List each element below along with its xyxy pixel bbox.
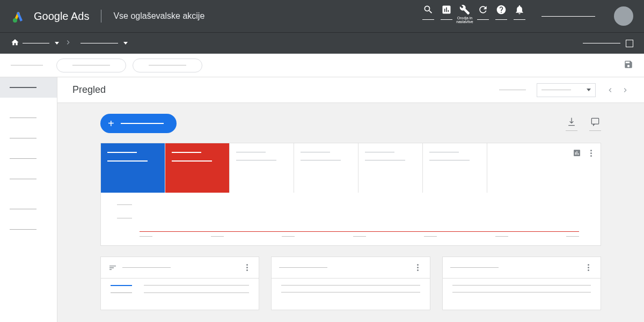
- card-1-title: [122, 267, 171, 268]
- card-3-menu[interactable]: [584, 264, 593, 271]
- header-text: [499, 90, 526, 90]
- chevron-right-icon: [64, 39, 72, 48]
- sidebar-item-3[interactable]: [0, 128, 57, 148]
- search-button[interactable]: [420, 4, 437, 20]
- metric-6[interactable]: [423, 143, 487, 193]
- metric-4[interactable]: [294, 143, 358, 193]
- next-icon[interactable]: [621, 86, 629, 94]
- pager: [606, 86, 629, 94]
- action-row: +: [100, 114, 601, 133]
- card-3-title: [450, 267, 499, 268]
- breadcrumb-box-icon[interactable]: [626, 40, 633, 47]
- sidebar-item-5[interactable]: [0, 169, 57, 189]
- metric-3[interactable]: [230, 143, 294, 193]
- metrics-card: [100, 143, 601, 246]
- home-icon[interactable]: [11, 38, 19, 49]
- plus-icon: +: [108, 118, 114, 130]
- card-menu-icon[interactable]: [587, 149, 595, 157]
- filter-pill-1[interactable]: [56, 58, 126, 72]
- date-range-select[interactable]: [537, 83, 596, 97]
- metric-1[interactable]: [101, 143, 165, 193]
- svg-point-2: [13, 18, 17, 23]
- summary-card-1: [100, 257, 259, 310]
- sidebar: [0, 77, 57, 322]
- brand-name: Google Ads: [34, 10, 89, 23]
- top-bar: Google Ads Vse oglaševalske akcije Orodj…: [0, 0, 644, 32]
- sidebar-item-7[interactable]: [0, 219, 57, 239]
- feedback-button[interactable]: [589, 116, 601, 131]
- filter-bar: [0, 54, 644, 77]
- card-2-title: [279, 267, 327, 268]
- divider: [101, 10, 101, 23]
- breadcrumb-2[interactable]: [80, 42, 128, 45]
- refresh-button[interactable]: [474, 4, 492, 20]
- scope-label: Vse oglaševalske akcije: [113, 11, 204, 21]
- page-header: Pregled: [57, 77, 644, 103]
- download-button[interactable]: [566, 116, 577, 131]
- summary-cards-row: [100, 257, 601, 310]
- avatar[interactable]: [614, 6, 633, 26]
- filter-pill-2[interactable]: [133, 58, 202, 72]
- metric-2[interactable]: [165, 143, 230, 193]
- sort-icon: [108, 264, 117, 272]
- sidebar-item-2[interactable]: [0, 107, 57, 128]
- chart-area: [101, 193, 601, 245]
- account-info[interactable]: [541, 16, 595, 17]
- card-2-menu[interactable]: [414, 264, 422, 271]
- new-campaign-button[interactable]: +: [100, 114, 177, 133]
- sidebar-item-overview[interactable]: [0, 77, 57, 98]
- breadcrumb-1[interactable]: [23, 42, 59, 45]
- expand-chart-icon[interactable]: [573, 149, 581, 157]
- card-1-menu[interactable]: [243, 264, 251, 271]
- page-title: Pregled: [72, 84, 106, 96]
- top-icon-group: Orodja in nastavitve: [420, 4, 528, 28]
- help-button[interactable]: [493, 4, 510, 20]
- svg-rect-3: [591, 118, 598, 124]
- summary-card-3: [442, 257, 601, 310]
- prev-icon[interactable]: [606, 86, 614, 94]
- tools-label: Orodja in nastavitve: [456, 16, 473, 24]
- sidebar-item-4[interactable]: [0, 148, 57, 169]
- filter-label: [11, 65, 43, 65]
- summary-card-2: [271, 257, 430, 310]
- breadcrumb-bar: [0, 32, 644, 54]
- breadcrumb-right-text: [583, 43, 620, 43]
- sidebar-item-6[interactable]: [0, 199, 57, 219]
- notifications-button[interactable]: [511, 4, 528, 20]
- google-ads-logo: [11, 9, 26, 24]
- tools-button[interactable]: Orodja in nastavitve: [456, 4, 473, 24]
- save-filter-icon[interactable]: [624, 60, 633, 71]
- reports-button[interactable]: [438, 4, 455, 20]
- metric-5[interactable]: [358, 143, 423, 193]
